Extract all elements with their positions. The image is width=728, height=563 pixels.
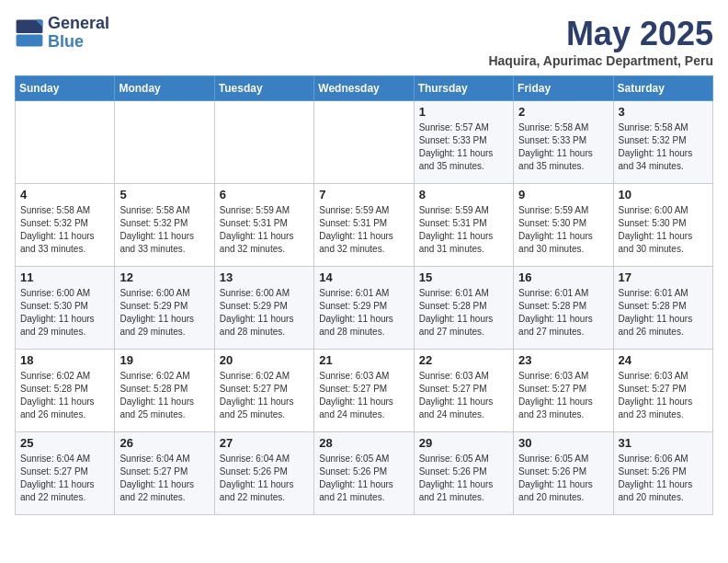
day-info: Sunrise: 6:05 AMSunset: 5:26 PMDaylight:… <box>419 453 508 504</box>
calendar-cell: 18Sunrise: 6:02 AMSunset: 5:28 PMDayligh… <box>16 350 115 432</box>
week-row-3: 11Sunrise: 6:00 AMSunset: 5:30 PMDayligh… <box>16 267 713 350</box>
day-number: 8 <box>419 188 508 201</box>
calendar-cell: 9Sunrise: 5:59 AMSunset: 5:30 PMDaylight… <box>514 184 613 267</box>
logo: General Blue <box>15 15 109 52</box>
week-row-1: 1Sunrise: 5:57 AMSunset: 5:33 PMDaylight… <box>16 101 713 184</box>
day-number: 25 <box>20 436 109 450</box>
day-info: Sunrise: 6:03 AMSunset: 5:27 PMDaylight:… <box>319 370 408 421</box>
day-number: 11 <box>20 270 109 284</box>
calendar-cell: 22Sunrise: 6:03 AMSunset: 5:27 PMDayligh… <box>414 350 513 432</box>
calendar-cell: 17Sunrise: 6:01 AMSunset: 5:28 PMDayligh… <box>613 267 712 350</box>
day-number: 26 <box>119 436 209 450</box>
day-number: 31 <box>619 436 708 450</box>
calendar-cell: 2Sunrise: 5:58 AMSunset: 5:33 PMDaylight… <box>514 101 613 184</box>
calendar-cell: 15Sunrise: 6:01 AMSunset: 5:28 PMDayligh… <box>414 267 513 350</box>
day-info: Sunrise: 6:03 AMSunset: 5:27 PMDaylight:… <box>619 370 708 421</box>
calendar-cell: 27Sunrise: 6:04 AMSunset: 5:26 PMDayligh… <box>214 432 313 515</box>
day-number: 16 <box>518 270 608 284</box>
calendar-cell: 25Sunrise: 6:04 AMSunset: 5:27 PMDayligh… <box>16 432 115 515</box>
day-number: 27 <box>220 436 309 450</box>
day-info: Sunrise: 5:58 AMSunset: 5:33 PMDaylight:… <box>518 121 608 173</box>
day-info: Sunrise: 6:03 AMSunset: 5:27 PMDaylight:… <box>518 370 608 421</box>
day-number: 2 <box>518 105 608 119</box>
week-row-5: 25Sunrise: 6:04 AMSunset: 5:27 PMDayligh… <box>16 432 713 515</box>
page-header: General Blue May 2025 Haquira, Apurimac … <box>15 15 713 68</box>
day-number: 10 <box>619 188 708 201</box>
day-info: Sunrise: 5:59 AMSunset: 5:31 PMDaylight:… <box>319 204 408 256</box>
calendar-cell: 26Sunrise: 6:04 AMSunset: 5:27 PMDayligh… <box>115 432 214 515</box>
calendar-cell: 24Sunrise: 6:03 AMSunset: 5:27 PMDayligh… <box>613 350 712 432</box>
weekday-header-wednesday: Wednesday <box>314 76 414 101</box>
logo-text: General Blue <box>48 15 109 52</box>
day-info: Sunrise: 6:01 AMSunset: 5:28 PMDaylight:… <box>518 287 608 339</box>
day-info: Sunrise: 6:04 AMSunset: 5:27 PMDaylight:… <box>20 453 109 504</box>
calendar-cell <box>115 101 214 184</box>
day-info: Sunrise: 6:00 AMSunset: 5:30 PMDaylight:… <box>619 204 708 256</box>
day-info: Sunrise: 6:04 AMSunset: 5:26 PMDaylight:… <box>220 453 309 504</box>
day-info: Sunrise: 6:05 AMSunset: 5:26 PMDaylight:… <box>518 453 608 504</box>
day-number: 7 <box>319 188 408 201</box>
calendar-cell: 30Sunrise: 6:05 AMSunset: 5:26 PMDayligh… <box>514 432 613 515</box>
calendar-cell <box>214 101 313 184</box>
day-number: 13 <box>220 270 309 284</box>
logo-icon <box>15 18 44 48</box>
day-number: 24 <box>619 353 708 367</box>
day-info: Sunrise: 6:03 AMSunset: 5:27 PMDaylight:… <box>419 370 508 421</box>
location-title: Haquira, Apurimac Department, Peru <box>488 53 713 68</box>
day-info: Sunrise: 5:58 AMSunset: 5:32 PMDaylight:… <box>619 121 708 173</box>
day-info: Sunrise: 6:00 AMSunset: 5:29 PMDaylight:… <box>220 287 309 339</box>
weekday-header-thursday: Thursday <box>414 76 513 101</box>
calendar-cell: 7Sunrise: 5:59 AMSunset: 5:31 PMDaylight… <box>314 184 414 267</box>
day-number: 28 <box>319 436 408 450</box>
calendar-cell: 11Sunrise: 6:00 AMSunset: 5:30 PMDayligh… <box>16 267 115 350</box>
day-info: Sunrise: 5:59 AMSunset: 5:31 PMDaylight:… <box>419 204 508 256</box>
day-info: Sunrise: 6:06 AMSunset: 5:26 PMDaylight:… <box>619 453 708 504</box>
day-info: Sunrise: 6:01 AMSunset: 5:29 PMDaylight:… <box>319 287 408 339</box>
calendar-cell: 8Sunrise: 5:59 AMSunset: 5:31 PMDaylight… <box>414 184 513 267</box>
day-number: 6 <box>220 188 309 201</box>
calendar-cell <box>314 101 414 184</box>
day-number: 20 <box>220 353 309 367</box>
day-number: 23 <box>518 353 608 367</box>
calendar-cell: 28Sunrise: 6:05 AMSunset: 5:26 PMDayligh… <box>314 432 414 515</box>
calendar-cell: 19Sunrise: 6:02 AMSunset: 5:28 PMDayligh… <box>115 350 214 432</box>
calendar-cell: 13Sunrise: 6:00 AMSunset: 5:29 PMDayligh… <box>214 267 313 350</box>
day-number: 18 <box>20 353 109 367</box>
calendar-cell: 14Sunrise: 6:01 AMSunset: 5:29 PMDayligh… <box>314 267 414 350</box>
calendar-cell: 20Sunrise: 6:02 AMSunset: 5:27 PMDayligh… <box>214 350 313 432</box>
day-info: Sunrise: 5:59 AMSunset: 5:30 PMDaylight:… <box>518 204 608 256</box>
day-number: 4 <box>20 188 109 201</box>
day-info: Sunrise: 6:00 AMSunset: 5:29 PMDaylight:… <box>119 287 209 339</box>
day-info: Sunrise: 6:01 AMSunset: 5:28 PMDaylight:… <box>419 287 508 339</box>
calendar-cell: 16Sunrise: 6:01 AMSunset: 5:28 PMDayligh… <box>514 267 613 350</box>
day-info: Sunrise: 5:59 AMSunset: 5:31 PMDaylight:… <box>220 204 309 256</box>
day-number: 1 <box>419 105 508 119</box>
weekday-header-saturday: Saturday <box>613 76 712 101</box>
day-number: 14 <box>319 270 408 284</box>
calendar-cell: 10Sunrise: 6:00 AMSunset: 5:30 PMDayligh… <box>613 184 712 267</box>
day-number: 22 <box>419 353 508 367</box>
calendar-cell: 1Sunrise: 5:57 AMSunset: 5:33 PMDaylight… <box>414 101 513 184</box>
day-info: Sunrise: 5:58 AMSunset: 5:32 PMDaylight:… <box>119 204 209 256</box>
week-row-2: 4Sunrise: 5:58 AMSunset: 5:32 PMDaylight… <box>16 184 713 267</box>
weekday-header-monday: Monday <box>115 76 214 101</box>
day-info: Sunrise: 6:01 AMSunset: 5:28 PMDaylight:… <box>619 287 708 339</box>
day-info: Sunrise: 6:02 AMSunset: 5:27 PMDaylight:… <box>220 370 309 421</box>
day-info: Sunrise: 5:57 AMSunset: 5:33 PMDaylight:… <box>419 121 508 173</box>
week-row-4: 18Sunrise: 6:02 AMSunset: 5:28 PMDayligh… <box>16 350 713 432</box>
weekday-header-tuesday: Tuesday <box>214 76 313 101</box>
svg-rect-2 <box>17 34 43 46</box>
day-info: Sunrise: 6:04 AMSunset: 5:27 PMDaylight:… <box>119 453 209 504</box>
calendar-table: SundayMondayTuesdayWednesdayThursdayFrid… <box>15 75 713 515</box>
calendar-cell: 12Sunrise: 6:00 AMSunset: 5:29 PMDayligh… <box>115 267 214 350</box>
calendar-cell: 6Sunrise: 5:59 AMSunset: 5:31 PMDaylight… <box>214 184 313 267</box>
title-area: May 2025 Haquira, Apurimac Department, P… <box>488 15 713 68</box>
day-number: 15 <box>419 270 508 284</box>
day-number: 9 <box>518 188 608 201</box>
weekday-header-friday: Friday <box>514 76 613 101</box>
weekday-header-sunday: Sunday <box>16 76 115 101</box>
day-number: 12 <box>119 270 209 284</box>
month-title: May 2025 <box>488 15 713 53</box>
day-number: 21 <box>319 353 408 367</box>
day-info: Sunrise: 6:02 AMSunset: 5:28 PMDaylight:… <box>119 370 209 421</box>
